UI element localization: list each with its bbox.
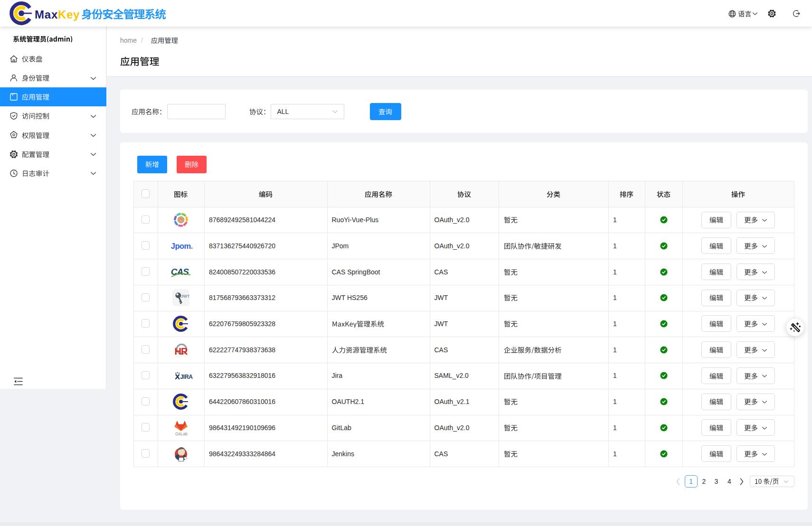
svg-text:JIRA: JIRA (180, 374, 193, 380)
svg-text:HR: HR (174, 346, 188, 357)
svg-text:GitLab: GitLab (175, 432, 188, 436)
svg-text:JWT: JWT (180, 294, 189, 299)
